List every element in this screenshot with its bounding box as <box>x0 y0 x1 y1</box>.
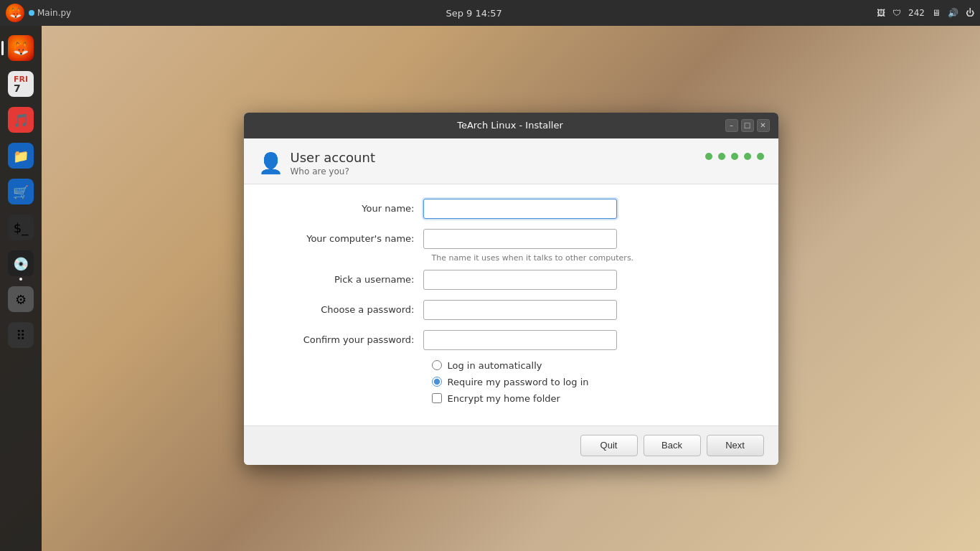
sidebar-item-dvd[interactable]: 💿 <box>6 248 36 278</box>
dialog-header-left: 👤 User account Who are you? <box>258 150 375 176</box>
progress-dot-2 <box>718 153 725 160</box>
progress-dots <box>705 150 764 160</box>
name-label: Your name: <box>265 203 423 214</box>
page-title: User account <box>291 150 375 165</box>
maximize-button[interactable]: □ <box>741 119 754 132</box>
dialog-title: TeArch Linux - Installer <box>296 120 725 131</box>
apps-icon: ⠿ <box>8 322 34 348</box>
password-input[interactable] <box>423 300 617 320</box>
confirm-password-label: Confirm your password: <box>265 334 423 345</box>
sidebar-item-store[interactable]: 🛒 <box>6 176 36 207</box>
dialog-header-text: User account Who are you? <box>291 150 375 176</box>
encrypt-label: Encrypt my home folder <box>448 393 560 404</box>
sidebar-item-files[interactable]: 📁 <box>6 141 36 171</box>
volume-icon: 🔊 <box>948 8 958 18</box>
back-button[interactable]: Back <box>644 435 701 456</box>
password-label: Choose a password: <box>265 304 423 315</box>
require-password-radio[interactable] <box>432 377 442 387</box>
progress-dot-4 <box>744 153 751 160</box>
files-icon: 📁 <box>8 143 34 169</box>
require-password-label: Require my password to log in <box>448 377 589 387</box>
progress-dot-3 <box>731 153 738 160</box>
music-icon: 🎵 <box>8 107 34 133</box>
dialog-body: Your name: Your computer's name: The nam… <box>244 184 778 425</box>
power-icon[interactable]: ⏻ <box>966 8 974 18</box>
page-subtitle: Who are you? <box>291 166 375 176</box>
next-button[interactable]: Next <box>707 435 764 456</box>
main-py-tab[interactable]: Main.py <box>29 8 71 18</box>
firefox-topbar-icon[interactable]: 🦊 <box>6 4 24 22</box>
sidebar-item-system[interactable]: ⚙ <box>6 284 36 314</box>
quit-button[interactable]: Quit <box>580 435 638 456</box>
close-button[interactable]: ✕ <box>757 119 770 132</box>
installer-dialog: TeArch Linux - Installer – □ ✕ 👤 User ac… <box>244 113 778 465</box>
topbar: 🦊 Main.py Sep 9 14:57 🖼 🛡 242 🖥 🔊 ⏻ <box>0 0 980 26</box>
terminal-icon: $_ <box>8 215 34 240</box>
calendar-icon: FRI7 <box>8 71 34 97</box>
confirm-password-input[interactable] <box>423 330 617 350</box>
computer-name-label: Your computer's name: <box>265 233 423 244</box>
autologin-radio[interactable] <box>432 360 442 370</box>
titlebar-controls: – □ ✕ <box>725 119 770 132</box>
firefox-icon: 🦊 <box>8 35 34 61</box>
dvd-indicator <box>19 278 22 281</box>
shield-icon: 🛡 <box>892 8 901 18</box>
main-py-label: Main.py <box>37 8 71 18</box>
topbar-datetime: Sep 9 14:57 <box>71 8 877 19</box>
dialog-footer: Quit Back Next <box>244 425 778 465</box>
username-row: Pick a username: <box>265 270 757 290</box>
autologin-label: Log in automatically <box>448 360 542 371</box>
topbar-left: 🦊 Main.py <box>6 4 71 22</box>
name-input[interactable] <box>423 199 617 219</box>
username-input[interactable] <box>423 270 617 290</box>
battery-count: 242 <box>908 8 925 18</box>
name-row: Your name: <box>265 199 757 219</box>
encrypt-checkbox[interactable] <box>432 393 442 403</box>
sidebar-item-terminal[interactable]: $_ <box>6 212 36 242</box>
sidebar-item-music[interactable]: 🎵 <box>6 105 36 135</box>
photo-icon: 🖼 <box>877 8 885 18</box>
autologin-option[interactable]: Log in automatically <box>432 360 757 371</box>
dvd-icon: 💿 <box>8 250 34 276</box>
progress-dot-5 <box>757 153 764 160</box>
system-icon: ⚙ <box>8 286 34 312</box>
dialog-overlay: TeArch Linux - Installer – □ ✕ 👤 User ac… <box>42 26 980 551</box>
confirm-password-row: Confirm your password: <box>265 330 757 350</box>
topbar-right: 🖼 🛡 242 🖥 🔊 ⏻ <box>877 8 974 18</box>
main-py-indicator <box>29 10 34 16</box>
store-icon: 🛒 <box>8 179 34 204</box>
login-options: Log in automatically Require my password… <box>432 360 757 404</box>
computer-name-hint: The name it uses when it talks to other … <box>432 253 757 263</box>
encrypt-option[interactable]: Encrypt my home folder <box>432 393 757 404</box>
dialog-header: 👤 User account Who are you? <box>244 138 778 184</box>
user-icon: 👤 <box>258 151 283 175</box>
sidebar-item-firefox[interactable]: 🦊 <box>6 33 36 63</box>
computer-name-input[interactable] <box>423 229 617 249</box>
username-label: Pick a username: <box>265 274 423 285</box>
computer-name-row: Your computer's name: <box>265 229 757 249</box>
progress-dot-1 <box>705 153 712 160</box>
dialog-titlebar: TeArch Linux - Installer – □ ✕ <box>244 113 778 138</box>
sidebar-item-apps[interactable]: ⠿ <box>6 320 36 350</box>
password-row: Choose a password: <box>265 300 757 320</box>
require-password-option[interactable]: Require my password to log in <box>432 377 757 387</box>
sidebar: 🦊 FRI7 🎵 📁 🛒 $_ 💿 ⚙ ⠿ <box>0 26 42 551</box>
sidebar-item-calendar[interactable]: FRI7 <box>6 69 36 99</box>
monitor-icon: 🖥 <box>932 8 941 18</box>
minimize-button[interactable]: – <box>725 119 738 132</box>
